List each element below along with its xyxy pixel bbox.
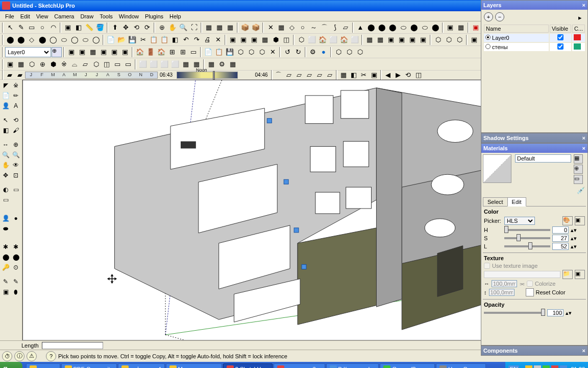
line-tool-icon[interactable]: ✎ bbox=[16, 22, 26, 33]
texture-height[interactable] bbox=[489, 289, 514, 296]
toolbar-button[interactable]: ▶ bbox=[393, 70, 403, 80]
toolbar-button[interactable]: ▱ bbox=[284, 70, 294, 80]
toolbar-button[interactable]: ▣ bbox=[120, 47, 130, 57]
color-button[interactable]: ▣ bbox=[575, 216, 585, 225]
tool-icon[interactable]: ▭ bbox=[1, 195, 10, 204]
browse-button[interactable]: 📁 bbox=[562, 270, 573, 279]
layers-menu-icon[interactable]: ▸ bbox=[575, 12, 585, 22]
toolbar-button[interactable]: ▣ bbox=[238, 35, 249, 45]
toolbar-button[interactable]: ▣ bbox=[5, 59, 15, 70]
toolbar-grip[interactable] bbox=[107, 22, 108, 33]
toolbar-button[interactable]: ⬢ bbox=[48, 59, 58, 70]
toolbar-grip[interactable] bbox=[352, 22, 354, 33]
toolbar-button[interactable]: ⬤ bbox=[387, 22, 398, 33]
tool-icon[interactable]: ※ bbox=[11, 81, 20, 90]
close-icon[interactable]: × bbox=[582, 348, 585, 354]
tool-icon[interactable]: ✏ bbox=[11, 91, 20, 100]
toolbar-grip[interactable] bbox=[200, 47, 202, 57]
toolbar-button[interactable]: ⬜ bbox=[159, 59, 169, 70]
time-slider-thumb[interactable] bbox=[213, 71, 215, 80]
spinner-icon[interactable]: ▴▾ bbox=[571, 235, 577, 242]
tray-icon[interactable] bbox=[534, 365, 541, 368]
toolbar-grip[interactable] bbox=[293, 35, 295, 45]
toolbar-button[interactable]: ～ bbox=[308, 22, 318, 33]
menu-help[interactable]: Help bbox=[166, 12, 184, 20]
toolbar-button[interactable]: ⬤ bbox=[366, 22, 376, 33]
print-icon[interactable]: 🖨 bbox=[202, 35, 212, 45]
toolbar-button[interactable]: ⟆ bbox=[330, 22, 340, 33]
toolbar-button[interactable]: ▦ bbox=[204, 22, 214, 33]
toolbar-button[interactable]: ◇ bbox=[287, 22, 297, 33]
components-panel-title[interactable]: Components × bbox=[481, 346, 587, 355]
toolbar-button[interactable]: ⬡ bbox=[355, 47, 365, 57]
layer-visible-checkbox[interactable] bbox=[557, 34, 564, 40]
opacity-value[interactable] bbox=[547, 309, 564, 316]
toolbar-grip[interactable] bbox=[154, 22, 155, 33]
circle-tool-icon[interactable]: ○ bbox=[37, 22, 47, 33]
tool-icon[interactable]: 👁 bbox=[11, 160, 20, 170]
material-button[interactable]: ⊕ bbox=[574, 165, 583, 174]
clock[interactable]: 21:23 bbox=[571, 366, 585, 368]
tray-icon[interactable] bbox=[560, 365, 567, 368]
toolbar-grip[interactable] bbox=[430, 35, 431, 45]
h-slider[interactable] bbox=[504, 229, 550, 231]
toolbar-button[interactable]: ▣ bbox=[66, 47, 77, 57]
shaded-textures-icon[interactable]: ▣ bbox=[407, 35, 418, 45]
link-icon[interactable]: ⫘ bbox=[519, 281, 525, 287]
iso-view-icon[interactable]: ⬡ bbox=[296, 35, 306, 45]
status-icon[interactable]: ⚠ bbox=[27, 351, 37, 361]
tab-edit[interactable]: Edit bbox=[507, 197, 526, 206]
taskbar-item[interactable]: детали bbox=[26, 363, 60, 368]
toolbar-button[interactable]: ⬡ bbox=[235, 47, 246, 57]
toolbar-button[interactable]: ⬭ bbox=[398, 22, 408, 33]
tool-icon[interactable]: 🖌 bbox=[11, 126, 20, 135]
tool-icon[interactable]: ✱ bbox=[11, 242, 20, 251]
toolbar-button[interactable]: 📋 bbox=[214, 47, 224, 57]
taskbar-item[interactable]: Олеся (В сет… bbox=[380, 363, 435, 368]
toolbar-grip[interactable] bbox=[442, 22, 444, 33]
menu-tools[interactable]: Tools bbox=[96, 12, 116, 20]
toolbar-button[interactable]: ⬡ bbox=[246, 47, 256, 57]
select-tool-icon[interactable]: ↖ bbox=[5, 22, 15, 33]
tool-icon[interactable]: 👤 bbox=[1, 101, 10, 110]
toolbar-grip[interactable] bbox=[2, 47, 4, 57]
toolbar-button[interactable]: ⬤ bbox=[409, 22, 419, 33]
material-button[interactable]: ▭ bbox=[574, 175, 583, 184]
toolbar-button[interactable]: ▦ bbox=[16, 59, 26, 70]
toolbar-button[interactable]: ● bbox=[318, 47, 329, 57]
material-name-input[interactable] bbox=[515, 154, 571, 163]
toolbar-button[interactable]: ⌒ bbox=[274, 70, 284, 80]
toolbar-grip[interactable] bbox=[132, 47, 133, 57]
tool-icon[interactable]: ⊙ bbox=[11, 263, 20, 272]
menu-window[interactable]: Window bbox=[116, 12, 142, 20]
monochrome-icon[interactable]: ▣ bbox=[418, 35, 428, 45]
toolbar-button[interactable]: ◯ bbox=[69, 35, 80, 45]
tool-icon[interactable]: ⬮ bbox=[11, 287, 20, 296]
toolbar-button[interactable]: 🏠 bbox=[135, 47, 145, 57]
toolbar-button[interactable]: ▣ bbox=[228, 35, 238, 45]
tool-icon[interactable]: ⟲ bbox=[11, 116, 20, 125]
toolbar-button[interactable]: ◫ bbox=[413, 70, 424, 80]
toolbar-grip[interactable] bbox=[380, 70, 382, 80]
toolbar-button[interactable]: ◯ bbox=[91, 35, 101, 45]
toolbar-button[interactable]: ▭ bbox=[112, 59, 122, 70]
tool-icon[interactable]: ⬤ bbox=[1, 252, 10, 262]
right-view-icon[interactable]: ⬜ bbox=[328, 35, 338, 45]
date-slider[interactable]: J F M A M J J A S O N D bbox=[25, 72, 158, 79]
toolbar-button[interactable]: ▦ bbox=[206, 59, 216, 70]
tool-icon[interactable]: ⬤ bbox=[11, 252, 20, 262]
toolbar-button[interactable]: ▭ bbox=[123, 59, 133, 70]
close-icon[interactable]: × bbox=[582, 145, 585, 151]
tool-icon[interactable]: ✎ bbox=[11, 277, 20, 286]
tool-icon[interactable]: ◐ bbox=[1, 185, 10, 194]
toolbar-button[interactable]: ▦ bbox=[276, 22, 286, 33]
toolbar-button[interactable]: ⚙ bbox=[217, 59, 227, 70]
colorize-checkbox[interactable] bbox=[527, 281, 533, 287]
status-icon[interactable]: ⓘ bbox=[14, 351, 24, 361]
toolbar-button[interactable]: ⬡ bbox=[333, 47, 344, 57]
toolbar-grip[interactable] bbox=[2, 22, 4, 33]
color-swatch[interactable] bbox=[526, 288, 534, 296]
tray-icon[interactable] bbox=[525, 365, 532, 368]
tool-icon[interactable]: ◧ bbox=[1, 126, 10, 135]
tool-icon[interactable]: ▭ bbox=[11, 185, 20, 194]
